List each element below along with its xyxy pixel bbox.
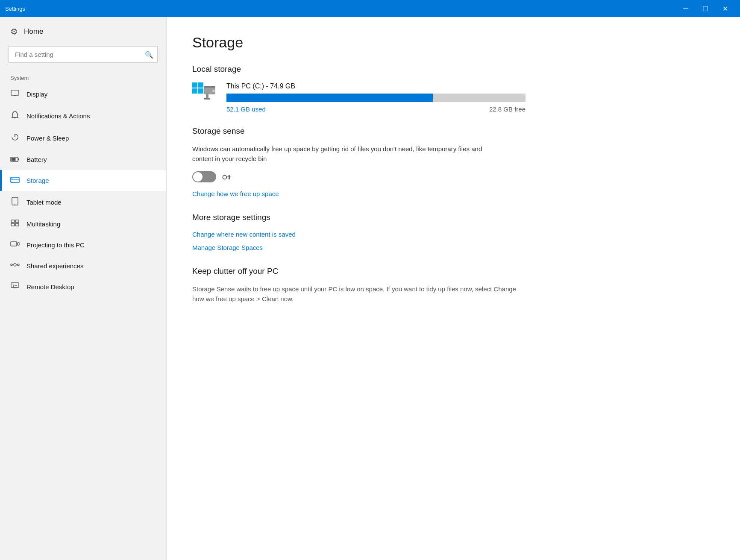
storage-sense-desc: Windows can automatically free up space … xyxy=(192,144,491,164)
shared-icon xyxy=(10,261,20,270)
home-icon: ⚙ xyxy=(10,26,18,37)
main-content: Storage Local storage xyxy=(167,17,740,560)
drive-info: This PC (C:) - 74.9 GB 52.1 GB used 22.8… xyxy=(226,82,714,113)
more-storage-section: More storage settings Change where new c… xyxy=(192,213,714,251)
search-input[interactable] xyxy=(9,46,158,63)
toggle-knob xyxy=(193,172,203,182)
window-controls: ─ ☐ ✕ xyxy=(676,0,735,17)
keep-clutter-desc: Storage Sense waits to free up space unt… xyxy=(192,284,526,304)
sidebar-item-remote[interactable]: Remote Desktop xyxy=(0,276,166,297)
sidebar-item-label: Power & Sleep xyxy=(26,135,69,142)
battery-icon xyxy=(10,155,20,164)
titlebar: Settings ─ ☐ ✕ xyxy=(0,0,740,17)
change-where-link[interactable]: Change where new content is saved xyxy=(192,231,714,238)
power-icon xyxy=(10,133,20,143)
svg-rect-0 xyxy=(11,90,19,95)
storage-drive: This PC (C:) - 74.9 GB 52.1 GB used 22.8… xyxy=(192,82,714,113)
storage-bar-used xyxy=(226,94,433,102)
app-body: ⚙ Home 🔍 System Display xyxy=(0,17,740,560)
toggle-row: Off xyxy=(192,171,714,182)
sidebar-item-display[interactable]: Display xyxy=(0,84,166,105)
multitasking-icon xyxy=(10,220,20,229)
sidebar-item-storage[interactable]: Storage xyxy=(0,170,166,191)
projecting-icon xyxy=(10,240,20,249)
sidebar-item-label: Projecting to this PC xyxy=(26,241,85,249)
svg-rect-18 xyxy=(15,223,19,226)
manage-spaces-link[interactable]: Manage Storage Spaces xyxy=(192,244,714,251)
sidebar-item-shared[interactable]: Shared experiences xyxy=(0,255,166,276)
svg-rect-36 xyxy=(204,86,215,88)
storage-icon xyxy=(10,176,20,185)
maximize-button[interactable]: ☐ xyxy=(696,0,715,17)
svg-rect-7 xyxy=(18,158,19,161)
svg-rect-38 xyxy=(206,94,208,98)
free-label: 22.8 GB free xyxy=(489,106,526,113)
used-label: 52.1 GB used xyxy=(226,106,266,113)
home-label: Home xyxy=(24,27,43,36)
svg-rect-17 xyxy=(11,223,15,226)
page-title: Storage xyxy=(192,34,714,51)
svg-rect-39 xyxy=(204,98,210,100)
svg-rect-8 xyxy=(12,158,16,161)
svg-rect-20 xyxy=(18,243,19,245)
svg-rect-27 xyxy=(11,283,19,287)
svg-rect-32 xyxy=(198,82,203,88)
svg-rect-33 xyxy=(192,88,197,94)
home-button[interactable]: ⚙ Home xyxy=(0,17,166,46)
svg-rect-34 xyxy=(198,88,203,94)
sidebar-item-power[interactable]: Power & Sleep xyxy=(0,127,166,149)
minimize-button[interactable]: ─ xyxy=(676,0,696,17)
remote-icon xyxy=(10,282,20,291)
keep-clutter-title: Keep clutter off your PC xyxy=(192,267,714,276)
tablet-icon xyxy=(10,197,20,208)
sidebar-section-label: System xyxy=(0,70,166,84)
storage-sense-toggle[interactable] xyxy=(192,171,216,182)
storage-sense-section: Storage sense Windows can automatically … xyxy=(192,126,714,197)
local-storage-title: Local storage xyxy=(192,65,714,74)
close-button[interactable]: ✕ xyxy=(715,0,735,17)
svg-point-22 xyxy=(14,264,16,266)
search-icon-button[interactable]: 🔍 xyxy=(145,50,153,59)
sidebar-item-label: Tablet mode xyxy=(26,199,62,206)
svg-rect-16 xyxy=(15,220,19,223)
drive-icon xyxy=(192,82,218,104)
sidebar-item-label: Display xyxy=(26,91,47,98)
svg-point-11 xyxy=(12,178,12,179)
sidebar-item-label: Remote Desktop xyxy=(26,283,74,290)
sidebar-item-label: Storage xyxy=(26,177,49,184)
change-link[interactable]: Change how we free up space xyxy=(192,190,714,197)
svg-point-37 xyxy=(212,90,215,92)
storage-sense-title: Storage sense xyxy=(192,126,714,136)
svg-point-23 xyxy=(11,264,12,266)
svg-rect-19 xyxy=(11,242,17,246)
svg-point-14 xyxy=(15,204,15,205)
sidebar-item-battery[interactable]: Battery xyxy=(0,149,166,170)
svg-rect-31 xyxy=(192,82,197,88)
sidebar-item-tablet[interactable]: Tablet mode xyxy=(0,191,166,214)
storage-bar-labels: 52.1 GB used 22.8 GB free xyxy=(226,106,526,113)
sidebar-item-label: Shared experiences xyxy=(26,262,83,270)
sidebar-item-notifications[interactable]: Notifications & Actions xyxy=(0,105,166,127)
sidebar-item-label: Battery xyxy=(26,156,47,163)
toggle-label: Off xyxy=(222,173,231,181)
sidebar-item-label: Multitasking xyxy=(26,220,60,228)
notifications-icon xyxy=(10,111,20,121)
sidebar-item-projecting[interactable]: Projecting to this PC xyxy=(0,235,166,255)
display-icon xyxy=(10,90,20,99)
sidebar: ⚙ Home 🔍 System Display xyxy=(0,17,167,560)
drive-name: This PC (C:) - 74.9 GB xyxy=(226,82,714,90)
more-storage-title: More storage settings xyxy=(192,213,714,222)
svg-point-12 xyxy=(12,181,12,182)
sidebar-item-label: Notifications & Actions xyxy=(26,112,90,120)
search-box: 🔍 xyxy=(9,46,158,63)
sidebar-item-multitasking[interactable]: Multitasking xyxy=(0,214,166,235)
app-title: Settings xyxy=(5,6,676,12)
keep-clutter-section: Keep clutter off your PC Storage Sense w… xyxy=(192,267,714,304)
svg-point-24 xyxy=(18,264,19,266)
svg-rect-15 xyxy=(11,220,15,223)
storage-bar xyxy=(226,94,526,102)
